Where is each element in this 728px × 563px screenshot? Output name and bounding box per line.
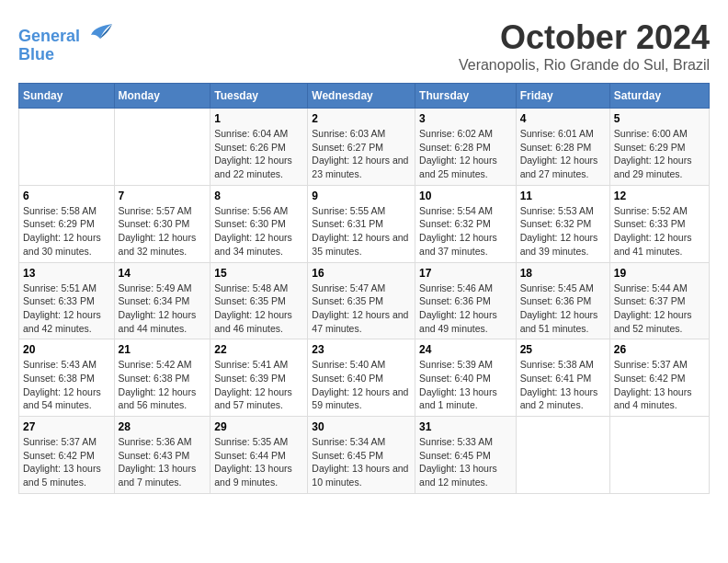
calendar-cell: 24Sunrise: 5:39 AMSunset: 6:40 PMDayligh… bbox=[415, 339, 517, 417]
calendar-cell: 28Sunrise: 5:36 AMSunset: 6:43 PMDayligh… bbox=[114, 417, 210, 494]
calendar-cell: 14Sunrise: 5:49 AMSunset: 6:34 PMDayligh… bbox=[114, 262, 210, 339]
day-info: Sunrise: 5:52 AMSunset: 6:33 PMDaylight:… bbox=[614, 204, 705, 259]
day-number: 11 bbox=[520, 190, 606, 202]
day-info: Sunrise: 5:49 AMSunset: 6:34 PMDaylight:… bbox=[119, 282, 207, 336]
calendar-cell: 25Sunrise: 5:38 AMSunset: 6:41 PMDayligh… bbox=[516, 339, 609, 417]
day-number: 22 bbox=[214, 343, 303, 356]
day-number: 8 bbox=[214, 190, 303, 202]
day-number: 26 bbox=[614, 343, 705, 356]
day-info: Sunrise: 6:04 AMSunset: 6:26 PMDaylight:… bbox=[214, 127, 303, 181]
day-number: 1 bbox=[214, 112, 303, 125]
day-number: 24 bbox=[419, 343, 512, 356]
day-info: Sunrise: 5:40 AMSunset: 6:40 PMDaylight:… bbox=[312, 358, 411, 412]
calendar-cell: 7Sunrise: 5:57 AMSunset: 6:30 PMDaylight… bbox=[114, 185, 210, 262]
day-info: Sunrise: 5:38 AMSunset: 6:41 PMDaylight:… bbox=[520, 358, 606, 412]
calendar-cell: 27Sunrise: 5:37 AMSunset: 6:42 PMDayligh… bbox=[19, 417, 115, 494]
calendar-header-row: SundayMondayTuesdayWednesdayThursdayFrid… bbox=[19, 84, 710, 109]
calendar-week-row: 1Sunrise: 6:04 AMSunset: 6:26 PMDaylight… bbox=[19, 109, 710, 186]
calendar-cell: 3Sunrise: 6:02 AMSunset: 6:28 PMDaylight… bbox=[415, 109, 517, 186]
weekday-header: Friday bbox=[516, 84, 609, 109]
day-info: Sunrise: 5:53 AMSunset: 6:32 PMDaylight:… bbox=[520, 204, 606, 259]
day-number: 20 bbox=[23, 343, 110, 356]
day-number: 28 bbox=[119, 420, 207, 433]
calendar-week-row: 13Sunrise: 5:51 AMSunset: 6:33 PMDayligh… bbox=[19, 262, 710, 339]
day-info: Sunrise: 5:37 AMSunset: 6:42 PMDaylight:… bbox=[614, 358, 705, 412]
calendar-cell: 1Sunrise: 6:04 AMSunset: 6:26 PMDaylight… bbox=[210, 109, 308, 186]
logo: General Blue bbox=[18, 18, 114, 64]
calendar-cell bbox=[19, 109, 115, 186]
day-number: 18 bbox=[520, 267, 606, 280]
calendar-cell: 9Sunrise: 5:55 AMSunset: 6:31 PMDaylight… bbox=[308, 185, 415, 262]
day-info: Sunrise: 5:51 AMSunset: 6:33 PMDaylight:… bbox=[23, 282, 110, 336]
day-number: 3 bbox=[419, 112, 512, 125]
weekday-header: Saturday bbox=[609, 84, 709, 109]
calendar-cell: 16Sunrise: 5:47 AMSunset: 6:35 PMDayligh… bbox=[308, 262, 415, 339]
calendar-week-row: 6Sunrise: 5:58 AMSunset: 6:29 PMDaylight… bbox=[19, 185, 710, 262]
day-info: Sunrise: 5:39 AMSunset: 6:40 PMDaylight:… bbox=[419, 358, 512, 412]
day-info: Sunrise: 5:33 AMSunset: 6:45 PMDaylight:… bbox=[419, 435, 512, 489]
day-number: 13 bbox=[23, 267, 110, 280]
calendar-cell: 12Sunrise: 5:52 AMSunset: 6:33 PMDayligh… bbox=[609, 185, 709, 262]
day-number: 23 bbox=[312, 343, 411, 356]
day-number: 7 bbox=[119, 190, 207, 202]
calendar-cell: 31Sunrise: 5:33 AMSunset: 6:45 PMDayligh… bbox=[415, 417, 517, 494]
day-number: 27 bbox=[23, 420, 110, 433]
calendar-cell: 11Sunrise: 5:53 AMSunset: 6:32 PMDayligh… bbox=[516, 185, 609, 262]
calendar-cell: 15Sunrise: 5:48 AMSunset: 6:35 PMDayligh… bbox=[210, 262, 308, 339]
day-info: Sunrise: 5:47 AMSunset: 6:35 PMDaylight:… bbox=[312, 282, 411, 336]
day-number: 12 bbox=[614, 190, 705, 202]
calendar-cell bbox=[516, 417, 609, 494]
calendar-cell: 20Sunrise: 5:43 AMSunset: 6:38 PMDayligh… bbox=[19, 339, 115, 417]
day-number: 2 bbox=[312, 112, 411, 125]
day-info: Sunrise: 5:36 AMSunset: 6:43 PMDaylight:… bbox=[119, 435, 207, 489]
day-info: Sunrise: 6:01 AMSunset: 6:28 PMDaylight:… bbox=[520, 127, 606, 181]
calendar-table: SundayMondayTuesdayWednesdayThursdayFrid… bbox=[18, 83, 710, 494]
day-number: 6 bbox=[23, 190, 110, 202]
location-title: Veranopolis, Rio Grande do Sul, Brazil bbox=[459, 57, 710, 74]
calendar-cell: 23Sunrise: 5:40 AMSunset: 6:40 PMDayligh… bbox=[308, 339, 415, 417]
weekday-header: Thursday bbox=[415, 84, 517, 109]
calendar-cell: 29Sunrise: 5:35 AMSunset: 6:44 PMDayligh… bbox=[210, 417, 308, 494]
calendar-cell: 4Sunrise: 6:01 AMSunset: 6:28 PMDaylight… bbox=[516, 109, 609, 186]
calendar-cell bbox=[114, 109, 210, 186]
day-number: 25 bbox=[520, 343, 606, 356]
calendar-cell: 17Sunrise: 5:46 AMSunset: 6:36 PMDayligh… bbox=[415, 262, 517, 339]
day-info: Sunrise: 5:54 AMSunset: 6:32 PMDaylight:… bbox=[419, 204, 512, 259]
calendar-cell: 30Sunrise: 5:34 AMSunset: 6:45 PMDayligh… bbox=[308, 417, 415, 494]
page-header: General Blue October 2024 Veranopolis, R… bbox=[18, 18, 710, 74]
calendar-week-row: 20Sunrise: 5:43 AMSunset: 6:38 PMDayligh… bbox=[19, 339, 710, 417]
day-info: Sunrise: 6:02 AMSunset: 6:28 PMDaylight:… bbox=[419, 127, 512, 181]
day-info: Sunrise: 6:03 AMSunset: 6:27 PMDaylight:… bbox=[312, 127, 411, 181]
day-number: 30 bbox=[312, 420, 411, 433]
day-info: Sunrise: 5:41 AMSunset: 6:39 PMDaylight:… bbox=[214, 358, 303, 412]
month-title: October 2024 bbox=[459, 18, 710, 57]
calendar-cell: 26Sunrise: 5:37 AMSunset: 6:42 PMDayligh… bbox=[609, 339, 709, 417]
calendar-cell bbox=[609, 417, 709, 494]
day-info: Sunrise: 5:45 AMSunset: 6:36 PMDaylight:… bbox=[520, 282, 606, 336]
logo-blue-text: Blue bbox=[18, 46, 114, 64]
day-number: 14 bbox=[119, 267, 207, 280]
weekday-header: Tuesday bbox=[210, 84, 308, 109]
day-number: 4 bbox=[520, 112, 606, 125]
day-info: Sunrise: 5:56 AMSunset: 6:30 PMDaylight:… bbox=[214, 204, 303, 259]
day-number: 10 bbox=[419, 190, 512, 202]
day-info: Sunrise: 5:48 AMSunset: 6:35 PMDaylight:… bbox=[214, 282, 303, 336]
day-info: Sunrise: 5:57 AMSunset: 6:30 PMDaylight:… bbox=[119, 204, 207, 259]
day-info: Sunrise: 5:35 AMSunset: 6:44 PMDaylight:… bbox=[214, 435, 303, 489]
calendar-week-row: 27Sunrise: 5:37 AMSunset: 6:42 PMDayligh… bbox=[19, 417, 710, 494]
calendar-cell: 5Sunrise: 6:00 AMSunset: 6:29 PMDaylight… bbox=[609, 109, 709, 186]
calendar-cell: 18Sunrise: 5:45 AMSunset: 6:36 PMDayligh… bbox=[516, 262, 609, 339]
day-info: Sunrise: 5:44 AMSunset: 6:37 PMDaylight:… bbox=[614, 282, 705, 336]
day-number: 15 bbox=[214, 267, 303, 280]
calendar-cell: 21Sunrise: 5:42 AMSunset: 6:38 PMDayligh… bbox=[114, 339, 210, 417]
day-number: 5 bbox=[614, 112, 705, 125]
calendar-cell: 22Sunrise: 5:41 AMSunset: 6:39 PMDayligh… bbox=[210, 339, 308, 417]
logo-text: General bbox=[18, 18, 114, 46]
logo-bird-icon bbox=[86, 18, 114, 41]
title-block: October 2024 Veranopolis, Rio Grande do … bbox=[459, 18, 710, 74]
calendar-cell: 10Sunrise: 5:54 AMSunset: 6:32 PMDayligh… bbox=[415, 185, 517, 262]
day-info: Sunrise: 5:55 AMSunset: 6:31 PMDaylight:… bbox=[312, 204, 411, 259]
day-number: 21 bbox=[119, 343, 207, 356]
calendar-cell: 13Sunrise: 5:51 AMSunset: 6:33 PMDayligh… bbox=[19, 262, 115, 339]
day-number: 17 bbox=[419, 267, 512, 280]
